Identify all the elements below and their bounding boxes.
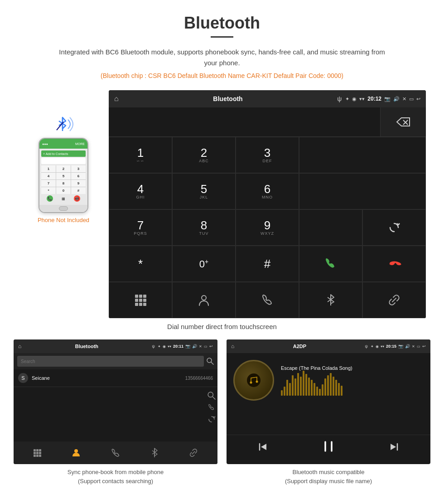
- pb-vol: 🔊: [192, 344, 197, 349]
- next-icon: [388, 441, 399, 452]
- music-screen: ⌂ A2DP ψ ✦ ◉ ▾▾ 20:15 📷 🔊 ✕ ▭ ↩: [227, 339, 430, 464]
- music-close[interactable]: ✕: [412, 344, 415, 349]
- pb-person-btn[interactable]: [72, 448, 81, 457]
- phone-red-btn: 📵: [74, 195, 80, 202]
- phone-keypad: 1 2 3 4 5 6 7 8 9 * 0 #: [41, 165, 86, 194]
- svg-rect-6: [143, 295, 146, 298]
- title-divider: [211, 36, 233, 38]
- close-icon[interactable]: ✕: [402, 96, 406, 102]
- pb-home-icon[interactable]: ⌂: [18, 343, 21, 349]
- song-title: Escape (The Pina Colada Song): [281, 365, 424, 371]
- svg-line-16: [211, 362, 213, 364]
- bluetooth-button[interactable]: [299, 282, 362, 318]
- phonebook-screen-wrap: ⌂ Bluetooth ψ ✦ ◉ ▾▾ 20:11 📷 🔊 ✕ ▭ ↩: [14, 339, 217, 485]
- dial-caption: Dial number direct from touchscreen: [0, 323, 444, 330]
- back-icon[interactable]: ↩: [416, 96, 420, 102]
- phonebook-caption-line2: (Support contacts searching): [78, 478, 153, 485]
- dial-key-8[interactable]: 8 TUV: [172, 209, 236, 246]
- dial-empty-2: [299, 173, 426, 209]
- phone-green-btn: 📞: [47, 195, 53, 202]
- contacts-button[interactable]: [172, 282, 236, 318]
- pb-search-sidebar-icon[interactable]: [208, 392, 216, 400]
- dial-key-0[interactable]: 0+: [172, 246, 236, 282]
- music-empty: [227, 407, 430, 435]
- dial-key-1[interactable]: 1 ∽∽: [109, 137, 172, 173]
- phone-device-image: ●●● MORE + Add to Contacts 1 2 3 4 5 6: [39, 138, 88, 213]
- volume-icon[interactable]: 🔊: [393, 96, 400, 102]
- link-button[interactable]: [362, 282, 426, 318]
- music-cam: 📷: [398, 344, 403, 349]
- pb-status-icons: ✦ ◉ ▾▾ 20:11 📷 🔊 ✕ ▭ ↩: [158, 344, 213, 349]
- music-caption-line1: Bluetooth music compatible: [293, 469, 365, 475]
- dial-refresh-button[interactable]: [362, 209, 426, 246]
- pb-bt-btn[interactable]: [150, 448, 159, 458]
- dial-key-7[interactable]: 7 PQRS: [109, 209, 172, 246]
- waveform-bar: [311, 380, 313, 396]
- waveform-bar: [300, 377, 302, 396]
- svg-rect-20: [36, 449, 39, 451]
- pb-back[interactable]: ↩: [209, 344, 213, 349]
- home-icon[interactable]: ⌂: [114, 95, 119, 103]
- music-info: Escape (The Pina Colada Song): [281, 365, 424, 396]
- prev-button[interactable]: [258, 441, 269, 455]
- end-call-button[interactable]: [362, 246, 426, 282]
- dial-key-star[interactable]: *: [109, 246, 172, 282]
- phone-home-button[interactable]: [59, 206, 68, 211]
- play-pause-button[interactable]: [322, 440, 335, 456]
- dial-input[interactable]: [109, 107, 381, 137]
- pb-phone-sidebar-icon[interactable]: [208, 403, 216, 412]
- music-caption-line2: (Support display music file name): [285, 478, 372, 485]
- bluetooth-icon: [325, 294, 336, 306]
- pb-close[interactable]: ✕: [199, 344, 202, 349]
- pb-content-area: S Seicane 13566664466: [14, 369, 217, 441]
- dial-key-6[interactable]: 6 MNO: [236, 173, 299, 209]
- dial-key-hash[interactable]: #: [236, 246, 299, 282]
- dial-key-9[interactable]: 9 WXYZ: [236, 209, 299, 246]
- music-status-icons: ✦ ◉ ▾▾ 20:15 📷 🔊 ✕ ▭ ↩: [371, 344, 426, 349]
- pb-grid-btn[interactable]: [33, 449, 41, 457]
- waveform-bar: [338, 383, 340, 396]
- waveform-bar: [335, 380, 337, 396]
- music-bt-icon: ✦: [371, 344, 374, 349]
- dial-key-2[interactable]: 2 ABC: [172, 137, 236, 173]
- bottom-screens: ⌂ Bluetooth ψ ✦ ◉ ▾▾ 20:11 📷 🔊 ✕ ▭ ↩: [0, 339, 444, 485]
- delete-button[interactable]: [381, 107, 426, 137]
- waveform-bar: [322, 384, 323, 396]
- dial-key-3[interactable]: 3 DEF: [236, 137, 299, 173]
- waveform-bar: [303, 371, 304, 396]
- pb-phone-btn[interactable]: [111, 448, 120, 457]
- pb-contact-row[interactable]: S Seicane 13566664466: [14, 369, 217, 387]
- dial-key-5[interactable]: 5 JKL: [172, 173, 236, 209]
- waveform-bar: [294, 378, 296, 396]
- dial-empty-1: [299, 137, 426, 173]
- search-icon[interactable]: [207, 358, 214, 365]
- svg-rect-22: [34, 452, 36, 454]
- phone-number-display: [41, 158, 86, 164]
- album-art: [233, 360, 274, 401]
- svg-rect-8: [139, 299, 142, 302]
- pb-refresh-sidebar-icon[interactable]: [208, 415, 216, 423]
- pb-bt-icon: ✦: [158, 344, 161, 349]
- pb-search-input[interactable]: [17, 356, 204, 367]
- pb-topbar: ⌂ Bluetooth ψ ✦ ◉ ▾▾ 20:11 📷 🔊 ✕ ▭ ↩: [14, 339, 217, 353]
- pb-contact-number: 13566664466: [185, 376, 213, 381]
- dial-key-4[interactable]: 4 GHI: [109, 173, 172, 209]
- svg-point-28: [74, 449, 78, 453]
- music-home-icon[interactable]: ⌂: [231, 343, 234, 349]
- music-back[interactable]: ↩: [422, 344, 426, 349]
- svg-rect-25: [34, 455, 36, 457]
- window-icon[interactable]: ▭: [409, 96, 414, 102]
- pb-link-btn[interactable]: [189, 448, 198, 457]
- camera-icon[interactable]: 📷: [384, 96, 391, 102]
- pb-person-icon: [72, 448, 81, 457]
- page-description: Integrated with BC6 Bluetooth module, su…: [52, 47, 392, 68]
- music-screen-wrap: ⌂ A2DP ψ ✦ ◉ ▾▾ 20:15 📷 🔊 ✕ ▭ ↩: [227, 339, 430, 485]
- waveform-bar: [314, 383, 315, 396]
- call-button[interactable]: [299, 246, 362, 282]
- backspace-icon: [396, 117, 410, 127]
- waveform-bar: [281, 390, 283, 396]
- next-button[interactable]: [388, 441, 399, 455]
- keypad-toggle-button[interactable]: [109, 282, 172, 318]
- call-log-button[interactable]: [236, 282, 299, 318]
- dial-bottom-row: [109, 282, 426, 318]
